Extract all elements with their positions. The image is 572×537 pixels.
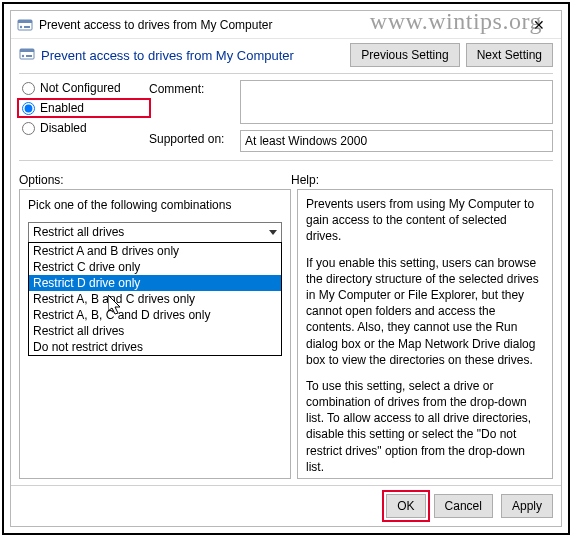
divider [19,73,553,74]
radio-enabled[interactable]: Enabled [19,100,149,116]
policy-name-heading: Prevent access to drives from My Compute… [41,48,344,63]
cancel-button[interactable]: Cancel [434,494,493,518]
header-row: Prevent access to drives from My Compute… [11,39,561,69]
options-panel: Pick one of the following combinations R… [19,189,291,479]
previous-setting-button[interactable]: Previous Setting [350,43,459,67]
help-paragraph: Prevents users from using My Computer to… [306,196,544,245]
svg-point-6 [22,54,24,56]
titlebar: Prevent access to drives from My Compute… [11,11,561,39]
next-setting-button[interactable]: Next Setting [466,43,553,67]
combobox-option[interactable]: Restrict D drive only [29,275,281,291]
mid-labels: Options: Help: [11,165,561,189]
svg-rect-7 [26,55,32,57]
radio-disabled[interactable]: Disabled [19,120,149,136]
content-row: Pick one of the following combinations R… [11,189,561,485]
combobox-option[interactable]: Restrict all drives [29,323,281,339]
state-comment-row: Not Configured Enabled Disabled Comment: [11,78,561,156]
options-heading: Options: [19,173,291,187]
supported-on-value: At least Windows 2000 [240,130,553,152]
combobox-option[interactable]: Restrict A, B, C and D drives only [29,307,281,323]
help-panel[interactable]: Prevents users from using My Computer to… [297,189,553,479]
combobox-option[interactable]: Restrict A and B drives only [29,243,281,259]
svg-point-2 [20,25,22,27]
gpedit-policy-dialog: Prevent access to drives from My Compute… [10,10,562,527]
svg-rect-1 [18,20,32,23]
combobox-dropdown: Restrict A and B drives onlyRestrict C d… [28,242,282,356]
comment-label: Comment: [149,80,234,96]
radio-not-configured-label: Not Configured [40,81,121,95]
close-button[interactable]: ✕ [523,14,555,36]
svg-rect-5 [20,49,34,52]
svg-rect-3 [24,26,30,28]
state-radio-group: Not Configured Enabled Disabled [19,80,149,152]
radio-enabled-input[interactable] [22,102,35,115]
window-title: Prevent access to drives from My Compute… [39,18,523,32]
help-paragraph: To use this setting, select a drive or c… [306,378,544,475]
radio-disabled-label: Disabled [40,121,87,135]
policy-icon [19,46,35,65]
help-paragraph: If you enable this setting, users can br… [306,255,544,368]
divider [19,160,553,161]
policy-icon [17,17,33,33]
dialog-footer: OK Cancel Apply [11,485,561,526]
ok-button[interactable]: OK [386,494,425,518]
radio-disabled-input[interactable] [22,122,35,135]
options-prompt: Pick one of the following combinations [28,198,282,212]
drive-restrict-combobox[interactable]: Restrict all drives Restrict A and B dri… [28,222,282,243]
combobox-option[interactable]: Restrict A, B and C drives only [29,291,281,307]
combobox-selected[interactable]: Restrict all drives [28,222,282,243]
combobox-option[interactable]: Restrict C drive only [29,259,281,275]
apply-button[interactable]: Apply [501,494,553,518]
supported-on-label: Supported on: [149,130,234,146]
comment-textarea[interactable] [240,80,553,124]
combobox-option[interactable]: Do not restrict drives [29,339,281,355]
radio-not-configured-input[interactable] [22,82,35,95]
radio-enabled-label: Enabled [40,101,84,115]
radio-not-configured[interactable]: Not Configured [19,80,149,96]
help-heading: Help: [291,173,553,187]
